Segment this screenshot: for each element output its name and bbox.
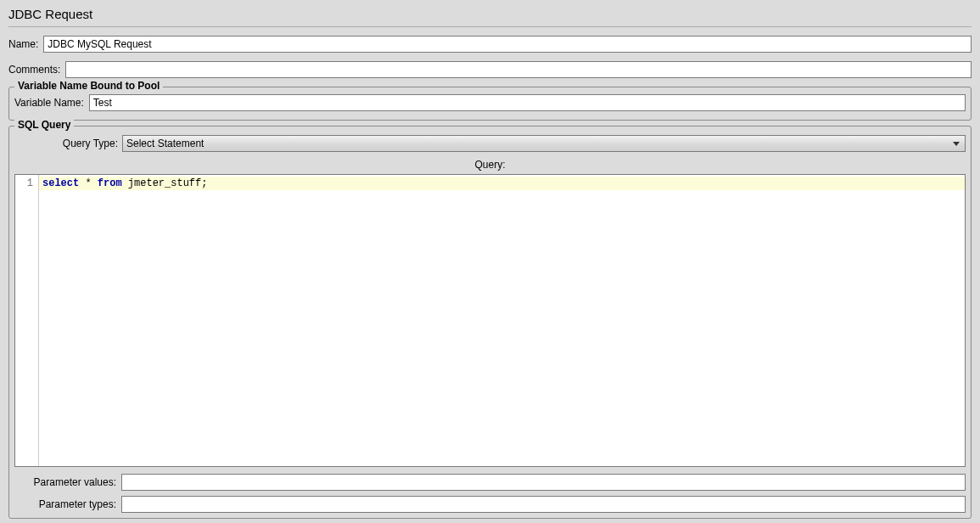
parameter-types-input[interactable] xyxy=(121,496,966,513)
sql-space xyxy=(122,177,128,189)
variable-name-row: Variable Name: xyxy=(14,94,966,111)
query-label: Query: xyxy=(14,157,966,174)
query-type-combo[interactable]: Select Statement xyxy=(122,135,966,152)
sql-star: * xyxy=(79,177,98,189)
parameter-types-row: Parameter types: xyxy=(14,496,966,513)
sql-query-fieldset: SQL Query Query Type: Select Statement Q… xyxy=(8,126,972,519)
comments-input[interactable] xyxy=(65,61,972,78)
sql-semicolon: ; xyxy=(201,177,207,189)
query-type-label: Query Type: xyxy=(14,138,118,149)
panel-title: JDBC Request xyxy=(8,3,972,27)
jdbc-request-panel: JDBC Request Name: Comments: Variable Na… xyxy=(0,0,980,519)
comments-label: Comments: xyxy=(8,64,60,76)
parameter-types-label: Parameter types: xyxy=(14,498,116,510)
comments-row: Comments: xyxy=(8,61,972,78)
editor-code-area[interactable]: select * from jmeter_stuff; xyxy=(39,175,965,466)
parameter-values-label: Parameter values: xyxy=(14,476,116,488)
line-number: 1 xyxy=(15,177,38,190)
query-type-value: Select Statement xyxy=(126,138,204,149)
variable-name-input[interactable] xyxy=(89,94,966,111)
sql-keyword-select: select xyxy=(42,177,79,189)
code-line-1[interactable]: select * from jmeter_stuff; xyxy=(39,177,965,190)
variable-pool-fieldset: Variable Name Bound to Pool Variable Nam… xyxy=(8,87,972,121)
name-input[interactable] xyxy=(43,36,972,53)
sql-query-legend: SQL Query xyxy=(14,119,74,131)
name-row: Name: xyxy=(8,36,972,53)
variable-name-label: Variable Name: xyxy=(14,97,84,109)
sql-editor[interactable]: 1 select * from jmeter_stuff; xyxy=(14,174,966,467)
query-type-row: Query Type: Select Statement xyxy=(14,135,966,152)
editor-gutter: 1 xyxy=(15,175,39,466)
sql-keyword-from: from xyxy=(98,177,122,189)
name-label: Name: xyxy=(8,38,38,50)
variable-pool-legend: Variable Name Bound to Pool xyxy=(14,80,163,92)
parameter-values-row: Parameter values: xyxy=(14,474,966,491)
sql-table: jmeter_stuff xyxy=(128,177,201,189)
parameter-values-input[interactable] xyxy=(121,474,966,491)
